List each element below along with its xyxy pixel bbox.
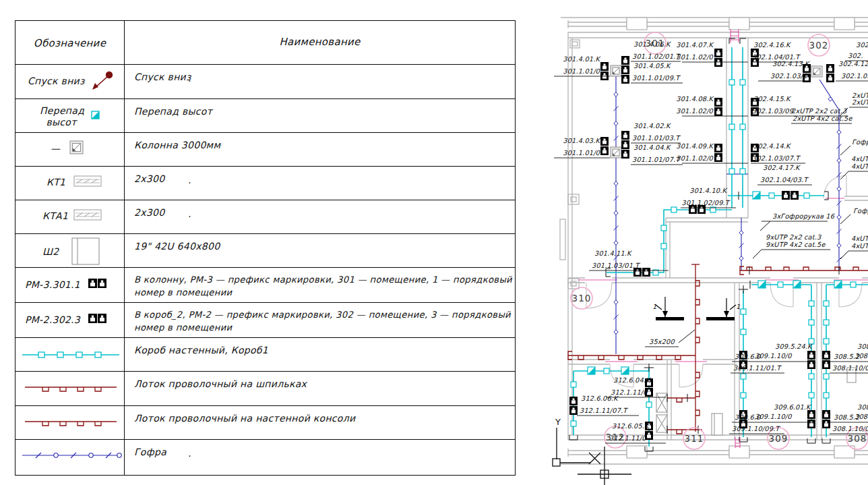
legend-row-height-drop: Перепад высот Перепад высот: [16, 98, 515, 132]
plan-label: 301.1.01/0: [563, 149, 600, 156]
wall-duct-line-icon: [20, 349, 122, 360]
plan-label: 301.4.02.K: [633, 122, 672, 130]
legend-name: 2x300: [134, 207, 164, 218]
legend-row-duct: Короб настенный, Короб1: [16, 337, 515, 371]
conduit-line-icon: [20, 449, 125, 461]
height-drop-icon: [91, 111, 100, 120]
legend-row-column: — Колонна 3000мм: [16, 132, 515, 166]
plan-label: 302.4.15.K: [753, 95, 792, 103]
plan-label: 301.4.04.K: [633, 144, 672, 151]
plan-label: 301.4.07.K: [676, 41, 714, 49]
legend-col2-header: Наименование: [279, 36, 360, 48]
socket-pair-icon: [88, 279, 108, 289]
plan-label: 301.4.05.K: [633, 62, 672, 69]
plan-label: 308: [857, 343, 868, 350]
plan-label: 308: [855, 413, 868, 420]
plan-label: 302.1.03/: [841, 72, 868, 80]
plan-label: 302.: [848, 52, 863, 59]
legend-col1-header: Обозначение: [34, 37, 106, 49]
legend-label: Спуск вниз: [28, 76, 85, 86]
legend-name: Колонна 3000мм: [134, 140, 220, 150]
legend-row-kta1: КТА1 2x300 .: [16, 200, 515, 233]
legend-name: В короб_2, РМ-2 — префикс маркировки, 30…: [134, 308, 522, 334]
kt1-symbol-icon: [73, 175, 103, 188]
plan-label: 301.1.01/09.T: [632, 74, 681, 82]
tray-ticks: [667, 266, 839, 434]
plan-label: 301.1.01/03.T: [632, 134, 681, 142]
plan-label: 309.6.01.K: [774, 403, 812, 411]
plan-label: 301.1.03/01.T: [592, 262, 640, 269]
plan-label: 312.6.05.K: [612, 422, 650, 430]
legend-name: Лоток проволочный на настенной консоли: [134, 413, 355, 424]
plan-label: 2xUT: [852, 98, 868, 106]
room-number: 302: [809, 40, 829, 51]
plan-label: Гофр: [852, 138, 868, 146]
plan-label: 302.1.03/09.: [752, 107, 795, 115]
plan-label: 308.1.10/0: [832, 364, 868, 372]
plan-label: 1: [736, 303, 740, 310]
plan-label: 312.6.04.K: [613, 376, 652, 384]
plan-label: 308: [855, 352, 868, 360]
plan-label: 301.4.06.K: [633, 40, 672, 48]
plan-label: 302.1.03/07.T: [752, 154, 801, 162]
plan-label: 301.4.03.K: [563, 137, 601, 144]
legend-dot: .: [188, 73, 191, 84]
plan-label: 4хUT: [851, 155, 868, 163]
legend-row-tray-console: Лоток проволочный на настенной консоли: [16, 405, 515, 439]
plan-label: 309.5.24.K: [775, 343, 813, 350]
legend-name: 2x300: [134, 173, 164, 184]
wire-tray-console-line-icon: [20, 418, 122, 428]
cad-drawing-page: 301302310312311309308 301.4.01.K301.1.01…: [0, 0, 868, 485]
legend-row-conduit: Гофра .: [16, 439, 515, 475]
legend-dot: .: [188, 448, 191, 459]
room-number: 310: [572, 293, 592, 304]
room-number: 308: [848, 433, 867, 444]
plan-label: 312.6.06.K: [581, 395, 619, 402]
kta1-symbol-icon: [73, 209, 103, 221]
legend-name: Лоток проволочный на шпильках: [134, 378, 307, 389]
plan-label: 2xUTP 4x2 cat.5e: [793, 115, 852, 122]
plan-label: 301.4.08.K: [676, 95, 714, 103]
legend-label: КТ1: [46, 177, 65, 188]
legend-name: Спуск вниз: [134, 72, 191, 82]
plan-label: 301.1.02/0: [676, 154, 713, 162]
legend-name: 19" 42U 640x800: [134, 241, 220, 252]
plan-label: 309.1.10/0: [755, 352, 792, 360]
legend-name: Гофра: [134, 447, 166, 457]
legend-name: В колонну, РМ-3 — префикс маркировки, 30…: [134, 273, 522, 299]
cable-labels: 301.4.01.K301.1.01/0301.4.06.K301.1.02/0…: [554, 40, 868, 443]
plan-label: 302.1.03/0: [770, 72, 807, 80]
plan-label: 301.1.02/01.T: [632, 53, 681, 60]
plan-label: 308.1.10/0: [832, 425, 868, 432]
socket-pair-icon: [88, 314, 108, 324]
legend-row-tray-studs: Лоток проволочный на шпильках: [16, 371, 515, 405]
plan-label: 308: [857, 403, 868, 411]
plan-label: 312.1.11/0: [609, 434, 646, 442]
plan-label: 301.1.02/0: [676, 53, 713, 61]
cabinet-symbol-icon: [65, 237, 100, 266]
plan-label: 4хUT: [851, 163, 868, 170]
legend-row-descend: Спуск вниз Спуск вниз .: [16, 64, 515, 98]
plan-label: 4хUT: [851, 235, 868, 242]
plan-label: 9хUTP 2x2 cat.3: [766, 233, 822, 241]
plan-label: Y: [555, 417, 561, 427]
legend-label: Перепад высот: [40, 105, 83, 129]
legend-row-pm2: РМ-2.302.3 В короб_2, РМ-2 — префикс мар…: [16, 302, 515, 337]
legend-name: Перепад высот: [134, 106, 212, 117]
plan-label: 302.4.14.K: [753, 142, 792, 150]
legend-name: Короб настенный, Короб1: [134, 345, 268, 355]
plan-label: 301.4.09.K: [676, 142, 714, 150]
room-number: 311: [685, 433, 704, 444]
plan-label: 1: [652, 303, 656, 310]
legend-dot: .: [188, 175, 191, 186]
plan-label: 302.4.12.K: [838, 60, 868, 67]
plan-label: 312.1.11/07.T: [580, 407, 628, 414]
plan-label: 9хUTP 4x2 cat.5e: [766, 241, 826, 248]
descend-arrow-icon: [90, 69, 115, 93]
plan-label: 3хГофрорукав 16: [772, 212, 835, 221]
plan-label: 301.1.01/0: [563, 67, 600, 75]
plan-label: 302.: [856, 41, 868, 49]
plan-label: 302.1.04/03.T: [760, 176, 809, 183]
room-number: 309: [769, 433, 788, 444]
legend-label: КТА1: [42, 210, 68, 221]
